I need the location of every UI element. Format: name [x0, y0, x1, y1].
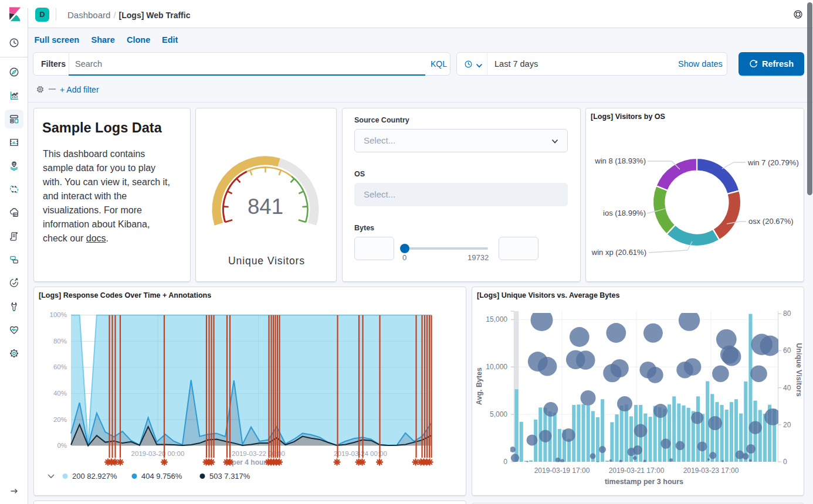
- svg-text:win xp (20.61%): win xp (20.61%): [591, 248, 646, 257]
- svg-text:2019-03-19 17:00: 2019-03-19 17:00: [534, 466, 590, 475]
- svg-text:20%: 20%: [53, 416, 67, 423]
- svg-text:ios (18.99%): ios (18.99%): [603, 209, 646, 217]
- svg-text:win 7 (20.79%): win 7 (20.79%): [747, 158, 799, 167]
- svg-text:80%: 80%: [53, 338, 67, 345]
- svg-text:per 4 hours: per 4 hours: [232, 458, 270, 466]
- svg-text:5,000: 5,000: [490, 410, 507, 418]
- svg-text:40: 40: [783, 384, 791, 392]
- svg-text:60: 60: [783, 346, 791, 355]
- svg-text:2019-03-21 17:00: 2019-03-21 17:00: [609, 466, 665, 475]
- svg-text:10,000: 10,000: [486, 363, 507, 371]
- svg-text:200 82.927%: 200 82.927%: [72, 472, 117, 481]
- svg-text:841: 841: [248, 195, 283, 219]
- svg-text:osx (20.67%): osx (20.67%): [748, 217, 794, 226]
- svg-text:60%: 60%: [53, 363, 67, 370]
- svg-text:Avg. Bytes: Avg. Bytes: [475, 367, 483, 405]
- svg-text:503 7.317%: 503 7.317%: [209, 472, 250, 481]
- svg-text:20: 20: [783, 421, 791, 429]
- svg-text:2019-03-23 17:00: 2019-03-23 17:00: [683, 466, 739, 475]
- svg-text:2019-03-24 00:00: 2019-03-24 00:00: [334, 450, 387, 457]
- svg-text:Unique Visitors: Unique Visitors: [795, 343, 803, 397]
- svg-text:15,000: 15,000: [486, 315, 507, 323]
- svg-text:404 9.756%: 404 9.756%: [141, 472, 182, 481]
- svg-text:win 8 (18.93%): win 8 (18.93%): [594, 156, 646, 165]
- svg-text:0%: 0%: [57, 442, 67, 449]
- svg-text:40%: 40%: [53, 390, 67, 397]
- svg-text:100%: 100%: [50, 311, 67, 318]
- svg-text:2019-03-20 00:00: 2019-03-20 00:00: [131, 450, 185, 457]
- svg-text:timestamp per 3 hours: timestamp per 3 hours: [605, 478, 683, 486]
- svg-text:0: 0: [783, 458, 787, 466]
- svg-text:0: 0: [503, 458, 507, 466]
- svg-text:80: 80: [783, 309, 791, 318]
